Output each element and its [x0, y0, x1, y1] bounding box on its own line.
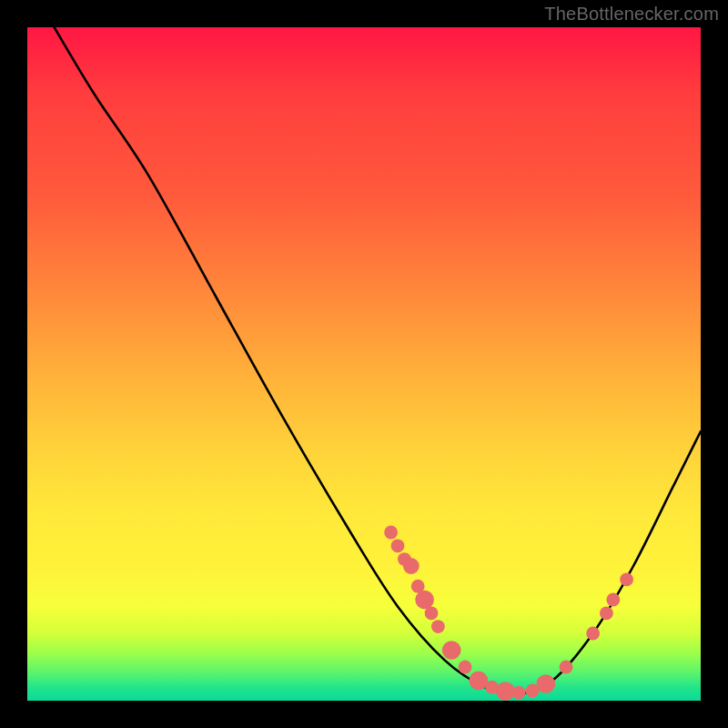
data-marker [536, 674, 555, 693]
data-marker [425, 606, 439, 620]
chart-frame: TheBottlenecker.com [0, 0, 728, 728]
data-marker [459, 661, 472, 674]
data-marker [384, 526, 398, 540]
data-marker [512, 686, 526, 700]
plot-area [27, 27, 701, 701]
data-marker [415, 591, 434, 610]
source-attribution: TheBottlenecker.com [544, 4, 719, 25]
data-marker [620, 572, 633, 586]
data-marker [391, 539, 405, 552]
data-marker [586, 627, 600, 641]
data-marker [431, 620, 445, 633]
data-marker [560, 661, 573, 674]
bottleneck-curve [55, 27, 701, 694]
data-marker [606, 593, 620, 607]
curve-svg [27, 27, 701, 701]
data-marker [403, 558, 420, 574]
data-marker [442, 641, 461, 660]
data-marker [469, 671, 488, 690]
data-marker [600, 606, 613, 620]
data-marker [496, 682, 515, 701]
marker-group [384, 526, 633, 701]
